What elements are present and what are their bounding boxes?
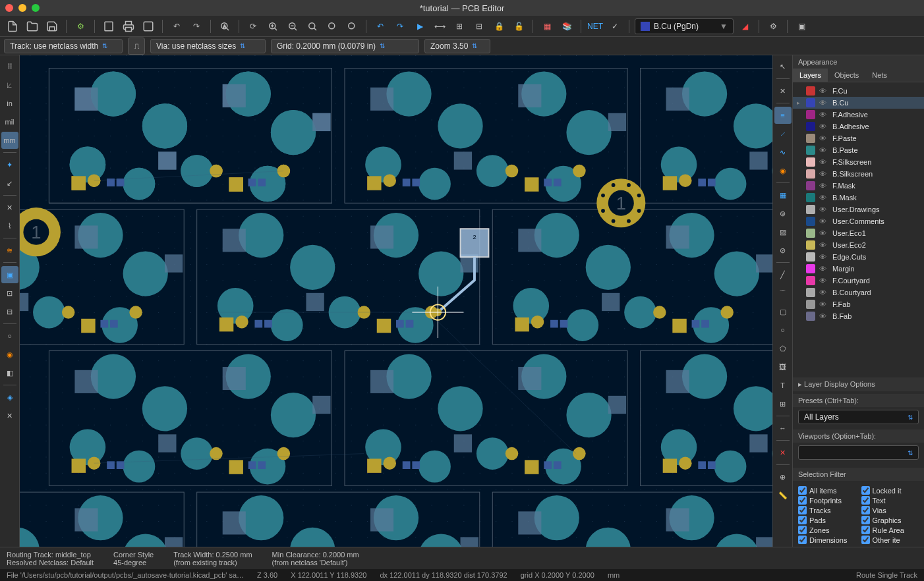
visibility-icon[interactable]: 👁 <box>819 146 828 154</box>
visibility-icon[interactable]: 👁 <box>819 158 828 166</box>
zone-display-button[interactable]: ▣ <box>1 266 18 283</box>
add-zone-button[interactable]: ▨ <box>774 223 792 240</box>
plot-button[interactable] <box>140 18 157 35</box>
filter-checkbox[interactable] <box>798 526 807 534</box>
set-origin-button[interactable]: ⊕ <box>774 468 792 485</box>
find-button[interactable]: A <box>216 18 233 35</box>
tab-nets[interactable]: Nets <box>865 69 894 82</box>
filter-all-items[interactable]: All items <box>798 486 856 495</box>
visibility-icon[interactable]: 👁 <box>819 277 828 285</box>
origin-toggle-button[interactable]: ↙ <box>1 175 18 192</box>
via-size-combo[interactable]: Via: use netclass sizes ⇅ <box>150 39 266 53</box>
layer-row-f-courtyard[interactable]: 👁 F.Courtyard <box>793 275 924 287</box>
layer-swatch[interactable] <box>806 157 815 167</box>
filter-vias[interactable]: Vias <box>861 506 919 514</box>
layer-selector[interactable]: B.Cu (PgDn) ▼ <box>635 18 734 34</box>
layer-swatch[interactable] <box>806 264 815 273</box>
zoom-in-button[interactable] <box>264 18 281 35</box>
visibility-icon[interactable]: 👁 <box>819 265 828 273</box>
layer-row-user-drawings[interactable]: 👁 User.Drawings <box>793 204 924 215</box>
filter-checkbox[interactable] <box>861 536 870 544</box>
pcb-canvas-svg[interactable]: 1 1 <box>20 55 772 547</box>
add-rule-area-button[interactable]: ⊘ <box>774 242 792 259</box>
undo-button[interactable]: ↶ <box>168 18 185 35</box>
polar-coords-button[interactable]: ⟀ <box>1 76 18 94</box>
zoom-objects-button[interactable] <box>324 18 341 35</box>
grid-combo[interactable]: Grid: 0.2000 mm (0.0079 in) ⇅ <box>271 39 419 53</box>
render-engine-button[interactable]: ◢ <box>736 18 753 35</box>
layer-swatch[interactable] <box>806 240 815 250</box>
layer-row-f-silkscreen[interactable]: 👁 F.Silkscreen <box>793 156 924 168</box>
plugins-button[interactable]: ⚙ <box>765 18 782 35</box>
filter-pads[interactable]: Pads <box>798 516 856 524</box>
filter-checkbox[interactable] <box>798 486 807 495</box>
filter-rule-area[interactable]: Rule Area <box>861 526 919 534</box>
layer-swatch[interactable] <box>806 288 815 297</box>
layer-swatch[interactable] <box>806 229 815 238</box>
visibility-icon[interactable]: 👁 <box>819 99 828 107</box>
contrast-button[interactable]: ◧ <box>1 364 18 381</box>
layer-row-b-courtyard[interactable]: 👁 B.Courtyard <box>793 287 924 298</box>
track-width-combo[interactable]: Track: use netclass width ⇅ <box>4 39 123 53</box>
mirror-h-button[interactable]: ⟷ <box>431 18 448 35</box>
visibility-icon[interactable]: 👁 <box>819 194 828 202</box>
filter-tracks[interactable]: Tracks <box>798 506 856 514</box>
layer-display-options-header[interactable]: ▸ Layer Display Options <box>793 377 924 391</box>
layer-swatch[interactable] <box>806 86 815 96</box>
draw-line-button[interactable]: ╱ <box>774 266 792 283</box>
mirror-v-button[interactable]: ▶ <box>411 18 428 35</box>
layer-swatch[interactable] <box>806 110 815 119</box>
fullscreen-window-button[interactable] <box>32 4 40 12</box>
layer-row-b-silkscreen[interactable]: 👁 B.Silkscreen <box>793 168 924 180</box>
layer-row-user-eco2[interactable]: 👁 User.Eco2 <box>793 239 924 251</box>
layer-row-f-cu[interactable]: 👁 F.Cu <box>793 85 924 97</box>
tab-layers[interactable]: Layers <box>793 69 828 82</box>
visibility-icon[interactable]: 👁 <box>819 217 828 225</box>
filter-checkbox[interactable] <box>798 496 807 505</box>
visibility-icon[interactable]: 👁 <box>819 289 828 296</box>
curved-ratsnest-button[interactable]: ⌇ <box>1 217 18 235</box>
zoom-fit-button[interactable] <box>304 18 321 35</box>
delete-button[interactable]: ✕ <box>774 444 792 461</box>
add-textbox-button[interactable]: ⊞ <box>774 395 792 412</box>
visibility-icon[interactable]: 👁 <box>819 134 828 142</box>
layer-row-b-paste[interactable]: 👁 B.Paste <box>793 144 924 156</box>
zoom-selection-button[interactable] <box>343 18 361 35</box>
filter-checkbox[interactable] <box>798 516 807 524</box>
via-fill-button[interactable]: ○ <box>1 327 18 345</box>
route-track-button[interactable]: ⟋ <box>774 125 792 142</box>
board-setup-button[interactable]: ⚙ <box>72 18 89 35</box>
layer-swatch[interactable] <box>806 300 815 309</box>
add-text-button[interactable]: T <box>774 377 792 394</box>
outline-mode-button[interactable]: ≋ <box>1 242 18 259</box>
filter-text[interactable]: Text <box>861 496 919 505</box>
unlock-button[interactable]: 🔓 <box>510 18 527 35</box>
layer-row-b-cu[interactable]: ▸ 👁 B.Cu <box>793 97 924 109</box>
visibility-icon[interactable]: 👁 <box>819 170 828 178</box>
update-from-schematic-button[interactable]: NET <box>587 18 604 35</box>
layer-row-margin[interactable]: 👁 Margin <box>793 263 924 275</box>
units-mm-button[interactable]: mm <box>1 132 18 149</box>
visibility-icon[interactable]: 👁 <box>819 206 828 213</box>
diff-pair-button[interactable]: ∿ <box>774 144 792 161</box>
zoom-redraw-button[interactable]: ⟳ <box>245 18 262 35</box>
units-in-button[interactable]: in <box>1 95 18 112</box>
redo-button[interactable]: ↷ <box>188 18 205 35</box>
viewports-combo[interactable]: ⇅ <box>798 445 919 460</box>
presets-combo[interactable]: All Layers ⇅ <box>798 410 919 424</box>
rotate-ccw-button[interactable]: ↶ <box>372 18 389 35</box>
footprint-editor-button[interactable]: ▦ <box>538 18 556 35</box>
layer-swatch[interactable] <box>806 205 815 214</box>
layer-row-user-comments[interactable]: 👁 User.Comments <box>793 215 924 227</box>
draw-arc-button[interactable]: ⌒ <box>774 285 792 302</box>
filter-checkbox[interactable] <box>798 506 807 514</box>
layer-swatch[interactable] <box>806 181 815 190</box>
filter-graphics[interactable]: Graphics <box>861 516 919 524</box>
filter-checkbox[interactable] <box>861 516 870 524</box>
filter-other-ite[interactable]: Other ite <box>861 536 919 544</box>
add-footprint-button[interactable]: ▦ <box>774 186 792 204</box>
select-tool-button[interactable]: ↖ <box>774 58 792 75</box>
layer-row-b-fab[interactable]: 👁 B.Fab <box>793 310 924 322</box>
layer-swatch[interactable] <box>806 217 815 226</box>
lock-button[interactable]: 🔒 <box>490 18 507 35</box>
